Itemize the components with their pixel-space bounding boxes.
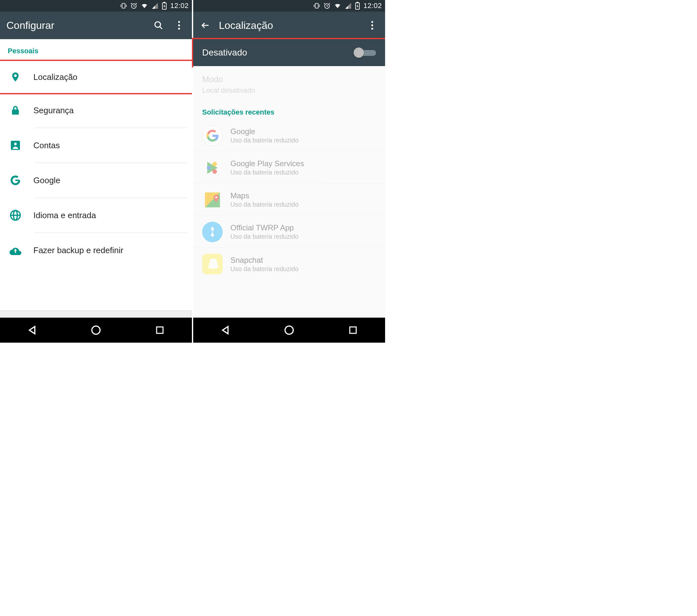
section-header-pessoais: Pessoais	[0, 39, 192, 61]
wifi-icon	[140, 2, 148, 9]
settings-item-accounts[interactable]: Contas	[0, 128, 192, 163]
app-name: Official TWRP App	[231, 223, 298, 232]
recent-requests-header: Solicitações recentes	[193, 103, 385, 120]
nav-home-button[interactable]	[88, 322, 104, 338]
nav-home-button[interactable]	[281, 322, 297, 338]
phone-left: 12:02 Configurar Pessoais Localização Se…	[0, 0, 192, 343]
bottom-strip	[0, 311, 192, 318]
app-sub: Uso da bateria reduzido	[231, 265, 298, 273]
svg-line-7	[160, 27, 162, 29]
svg-rect-18	[157, 327, 163, 333]
svg-point-30	[207, 166, 211, 170]
settings-item-location[interactable]: Localização	[0, 60, 192, 94]
svg-rect-0	[122, 3, 125, 8]
location-switch[interactable]	[354, 47, 376, 58]
app-name: Maps	[231, 191, 298, 200]
nav-bar	[0, 318, 192, 343]
battery-charging-icon	[162, 2, 167, 10]
globe-icon	[8, 210, 23, 221]
svg-point-10	[178, 28, 180, 30]
lock-icon	[8, 105, 23, 116]
svg-point-29	[212, 169, 217, 174]
recent-app-row[interactable]: Maps Uso da bateria reduzido	[193, 184, 385, 216]
svg-point-33	[285, 326, 293, 334]
appbar-left: Configurar	[0, 12, 192, 39]
location-content: Modo Local desativado Solicitações recen…	[193, 66, 385, 318]
app-sub: Uso da bateria reduzido	[231, 169, 304, 176]
search-button[interactable]	[152, 19, 165, 32]
back-button[interactable]	[199, 19, 211, 31]
svg-point-25	[371, 21, 373, 23]
settings-item-label: Contas	[33, 140, 60, 150]
nav-back-button[interactable]	[25, 322, 40, 338]
alarm-icon	[130, 2, 137, 9]
signal-icon	[151, 2, 159, 9]
app-name: Google Play Services	[231, 159, 304, 168]
settings-item-label: Fazer backup e redefinir	[33, 245, 123, 255]
settings-item-google[interactable]: Google	[0, 163, 192, 198]
svg-point-26	[371, 25, 373, 26]
settings-item-backup[interactable]: Fazer backup e redefinir	[0, 233, 192, 268]
account-icon	[8, 140, 23, 151]
signal-icon	[345, 2, 352, 9]
cloud-upload-icon	[8, 245, 23, 255]
recent-app-row[interactable]: Google Play Services Uso da bateria redu…	[193, 152, 385, 184]
page-title: Configurar	[6, 19, 144, 31]
svg-rect-24	[357, 2, 358, 3]
snapchat-icon	[202, 254, 223, 274]
svg-rect-34	[350, 327, 356, 333]
status-time: 12:02	[170, 2, 189, 10]
mode-title: Modo	[202, 74, 376, 85]
nav-bar	[193, 318, 385, 343]
svg-point-27	[371, 28, 373, 30]
settings-item-language[interactable]: Idioma e entrada	[0, 198, 192, 232]
app-name: Snapchat	[231, 256, 298, 265]
vibrate-icon	[120, 2, 127, 9]
recent-app-row[interactable]: Official TWRP App Uso da bateria reduzid…	[193, 216, 385, 248]
wifi-icon	[334, 2, 341, 9]
svg-point-32	[215, 196, 217, 198]
alarm-icon	[324, 2, 330, 9]
nav-back-button[interactable]	[218, 322, 233, 338]
appbar-right: Localização	[193, 12, 385, 39]
svg-point-8	[178, 21, 180, 23]
mode-subtitle: Local desativado	[202, 86, 376, 95]
svg-rect-19	[315, 3, 318, 8]
nav-recent-button[interactable]	[152, 322, 167, 338]
vibrate-icon	[313, 2, 320, 9]
recent-app-row[interactable]: Google Uso da bateria reduzido	[193, 120, 385, 152]
app-sub: Uso da bateria reduzido	[231, 201, 298, 208]
play-services-icon	[202, 157, 223, 178]
location-toggle-row[interactable]: Desativado	[192, 38, 385, 67]
battery-charging-icon	[355, 2, 360, 10]
toggle-label: Desativado	[202, 47, 247, 58]
google-icon	[8, 175, 23, 186]
overflow-menu-button[interactable]	[366, 19, 379, 32]
settings-item-label: Localização	[33, 72, 77, 82]
maps-icon	[202, 190, 223, 210]
svg-point-13	[14, 143, 17, 146]
overflow-menu-button[interactable]	[173, 19, 186, 32]
nav-recent-button[interactable]	[345, 322, 361, 338]
svg-point-17	[92, 326, 100, 334]
phone-right: 12:02 Localização Desativado Modo Local …	[192, 0, 385, 343]
status-bar: 12:02	[193, 0, 385, 12]
svg-rect-11	[12, 109, 19, 115]
app-name: Google	[231, 127, 298, 136]
status-bar: 12:02	[0, 0, 192, 12]
svg-point-6	[155, 22, 161, 28]
recent-app-row[interactable]: Snapchat Uso da bateria reduzido	[193, 248, 385, 280]
mode-block[interactable]: Modo Local desativado	[193, 66, 385, 103]
svg-point-28	[212, 162, 217, 166]
twrp-icon	[202, 222, 223, 242]
svg-rect-5	[163, 2, 165, 3]
settings-item-label: Google	[33, 176, 60, 185]
app-sub: Uso da bateria reduzido	[231, 137, 298, 144]
settings-item-security[interactable]: Segurança	[0, 93, 192, 128]
status-time: 12:02	[363, 2, 382, 10]
page-title: Localização	[219, 19, 358, 31]
settings-content: Pessoais Localização Segurança Contas	[0, 39, 192, 318]
settings-item-label: Segurança	[33, 106, 74, 116]
settings-item-label: Idioma e entrada	[33, 210, 96, 221]
svg-point-9	[178, 25, 180, 26]
